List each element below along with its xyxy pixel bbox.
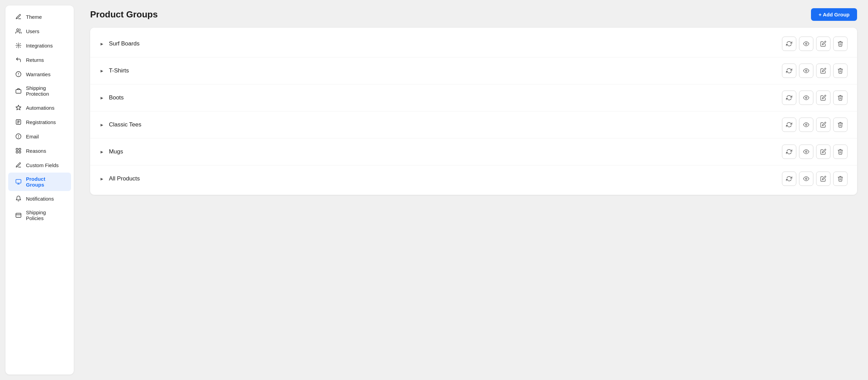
- sidebar-item-notifications[interactable]: Notifications: [8, 192, 71, 205]
- sidebar-item-shipping-policies[interactable]: Shipping Policies: [8, 206, 71, 225]
- sidebar-item-theme[interactable]: Theme: [8, 10, 71, 24]
- view-button[interactable]: [799, 118, 813, 132]
- svg-rect-5: [16, 90, 21, 93]
- svg-point-1: [18, 45, 19, 46]
- svg-rect-17: [19, 151, 21, 153]
- warranties-icon: [15, 71, 22, 78]
- table-row: ► Mugs: [90, 138, 857, 165]
- expand-arrow-icon[interactable]: ►: [100, 41, 104, 46]
- page-title: Product Groups: [90, 9, 158, 20]
- sync-button[interactable]: [782, 118, 796, 132]
- group-actions: [782, 172, 848, 186]
- edit-button[interactable]: [816, 172, 830, 186]
- table-row: ► Boots: [90, 84, 857, 111]
- add-group-button[interactable]: + Add Group: [811, 8, 857, 21]
- sidebar-item-shipping-protection[interactable]: Shipping Protection: [8, 82, 71, 100]
- product-groups-icon: [15, 178, 22, 185]
- svg-rect-15: [19, 148, 21, 150]
- group-actions: [782, 64, 848, 78]
- edit-button[interactable]: [816, 118, 830, 132]
- svg-point-25: [806, 124, 807, 126]
- table-row: ► Surf Boards: [90, 30, 857, 57]
- group-name: Classic Tees: [109, 121, 782, 128]
- sidebar-item-label: Reasons: [26, 148, 46, 154]
- sidebar-item-label: Product Groups: [26, 176, 64, 188]
- group-actions: [782, 91, 848, 105]
- group-actions: [782, 118, 848, 132]
- svg-point-13: [18, 137, 19, 138]
- sync-button[interactable]: [782, 64, 796, 78]
- sidebar-item-warranties[interactable]: Warranties: [8, 67, 71, 81]
- expand-arrow-icon[interactable]: ►: [100, 122, 104, 127]
- sidebar-item-label: Email: [26, 134, 39, 139]
- sidebar-item-label: Registrations: [26, 119, 56, 125]
- delete-button[interactable]: [833, 145, 848, 159]
- edit-button[interactable]: [816, 37, 830, 51]
- automations-icon: [15, 104, 22, 111]
- view-button[interactable]: [799, 91, 813, 105]
- edit-button[interactable]: [816, 145, 830, 159]
- group-name: T-Shirts: [109, 67, 782, 74]
- expand-arrow-icon[interactable]: ►: [100, 149, 104, 154]
- sidebar-item-email[interactable]: Email: [8, 130, 71, 143]
- sidebar-item-returns[interactable]: Returns: [8, 53, 71, 67]
- view-button[interactable]: [799, 172, 813, 186]
- pen-icon: [15, 13, 22, 20]
- sync-button[interactable]: [782, 172, 796, 186]
- sidebar-item-product-groups[interactable]: Product Groups: [8, 173, 71, 191]
- email-icon: [15, 133, 22, 140]
- sidebar-item-label: Automations: [26, 105, 54, 111]
- delete-button[interactable]: [833, 37, 848, 51]
- view-button[interactable]: [799, 37, 813, 51]
- registrations-icon: [15, 119, 22, 125]
- view-button[interactable]: [799, 64, 813, 78]
- sidebar: Theme Users Integrations Returns: [5, 5, 74, 375]
- reasons-icon: [15, 147, 22, 154]
- sidebar-item-integrations[interactable]: Integrations: [8, 39, 71, 52]
- view-button[interactable]: [799, 145, 813, 159]
- integrations-icon: [15, 42, 22, 49]
- group-name: Boots: [109, 94, 782, 101]
- sidebar-item-label: Integrations: [26, 43, 53, 49]
- delete-button[interactable]: [833, 118, 848, 132]
- expand-arrow-icon[interactable]: ►: [100, 176, 104, 181]
- page-header: Product Groups + Add Group: [90, 8, 857, 21]
- sync-button[interactable]: [782, 145, 796, 159]
- group-name: Mugs: [109, 148, 782, 155]
- svg-point-23: [806, 70, 807, 72]
- sync-button[interactable]: [782, 91, 796, 105]
- expand-arrow-icon[interactable]: ►: [100, 68, 104, 73]
- edit-button[interactable]: [816, 91, 830, 105]
- notifications-icon: [15, 195, 22, 202]
- delete-button[interactable]: [833, 91, 848, 105]
- shipping-policies-icon: [15, 212, 22, 219]
- table-row: ► T-Shirts: [90, 57, 857, 84]
- shipping-protection-icon: [15, 87, 22, 94]
- svg-rect-14: [16, 148, 18, 150]
- sidebar-item-custom-fields[interactable]: Custom Fields: [8, 158, 71, 172]
- svg-rect-21: [16, 213, 21, 217]
- svg-rect-18: [16, 179, 21, 183]
- sidebar-item-label: Users: [26, 28, 39, 34]
- group-actions: [782, 145, 848, 159]
- sidebar-item-automations[interactable]: Automations: [8, 101, 71, 114]
- sidebar-item-reasons[interactable]: Reasons: [8, 144, 71, 158]
- group-name: Surf Boards: [109, 40, 782, 47]
- svg-point-24: [806, 97, 807, 99]
- delete-button[interactable]: [833, 172, 848, 186]
- group-actions: [782, 37, 848, 51]
- users-icon: [15, 28, 22, 35]
- sidebar-item-registrations[interactable]: Registrations: [8, 115, 71, 129]
- expand-arrow-icon[interactable]: ►: [100, 95, 104, 100]
- svg-point-27: [806, 178, 807, 180]
- delete-button[interactable]: [833, 64, 848, 78]
- sidebar-item-label: Shipping Policies: [26, 209, 64, 221]
- sidebar-item-users[interactable]: Users: [8, 24, 71, 38]
- table-row: ► Classic Tees: [90, 111, 857, 138]
- svg-point-26: [806, 151, 807, 153]
- main-content: Product Groups + Add Group ► Surf Boards: [79, 0, 868, 380]
- svg-point-22: [806, 43, 807, 45]
- edit-button[interactable]: [816, 64, 830, 78]
- sync-button[interactable]: [782, 37, 796, 51]
- sidebar-item-label: Shipping Protection: [26, 85, 64, 97]
